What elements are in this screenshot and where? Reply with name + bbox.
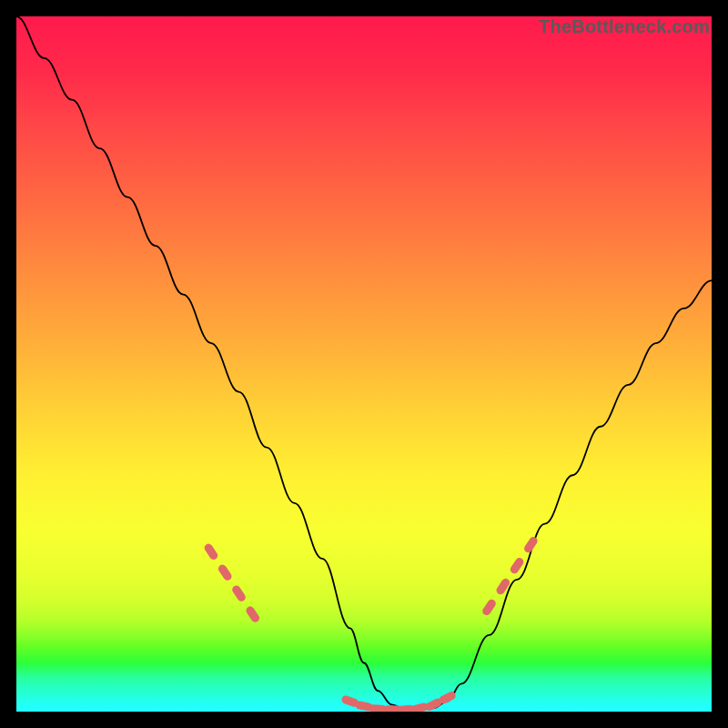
accent-layer xyxy=(16,16,712,712)
plot-area: TheBottleneck.com xyxy=(16,16,712,712)
chart-frame: TheBottleneck.com xyxy=(0,0,728,728)
accent-dots xyxy=(203,535,539,712)
accent-dot xyxy=(522,535,539,554)
accent-dot xyxy=(217,563,233,582)
accent-dot xyxy=(481,598,498,617)
accent-dot xyxy=(495,577,511,596)
accent-dot xyxy=(509,556,525,575)
accent-dot xyxy=(203,542,219,561)
accent-dot xyxy=(245,605,261,624)
accent-dot xyxy=(230,584,247,603)
